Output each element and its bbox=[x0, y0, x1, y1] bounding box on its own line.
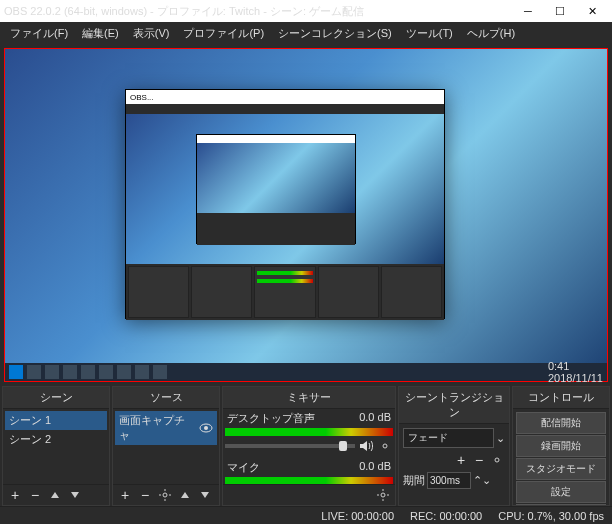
remove-scene-button[interactable]: − bbox=[27, 487, 43, 503]
exit-button[interactable]: 終了 bbox=[516, 504, 606, 505]
duration-label: 期間 bbox=[403, 473, 425, 488]
scene-down-button[interactable] bbox=[67, 487, 83, 503]
studio-mode-button[interactable]: スタジオモード bbox=[516, 458, 606, 480]
svg-point-1 bbox=[204, 426, 208, 430]
add-scene-button[interactable]: + bbox=[7, 487, 23, 503]
remove-transition-button[interactable]: − bbox=[471, 452, 487, 468]
nested-window-1: OBS... bbox=[125, 89, 445, 319]
start-record-button[interactable]: 録画開始 bbox=[516, 435, 606, 457]
menu-profile[interactable]: プロファイル(P) bbox=[177, 24, 270, 43]
mixer-channel: マイク 0.0 dB bbox=[225, 460, 393, 484]
remove-source-button[interactable]: − bbox=[137, 487, 153, 503]
svg-point-7 bbox=[383, 444, 387, 448]
start-stream-button[interactable]: 配信開始 bbox=[516, 412, 606, 434]
svg-point-14 bbox=[495, 458, 499, 462]
menu-scene-collection[interactable]: シーンコレクション(S) bbox=[272, 24, 398, 43]
visibility-toggle-icon[interactable] bbox=[199, 423, 213, 433]
svg-point-2 bbox=[163, 493, 167, 497]
source-settings-button[interactable] bbox=[157, 487, 173, 503]
status-cpu: CPU: 0.7%, 30.00 fps bbox=[498, 510, 604, 522]
maximize-button[interactable]: ☐ bbox=[544, 0, 576, 22]
sources-panel: ソース 画面キャプチャ + − bbox=[112, 386, 220, 506]
source-down-button[interactable] bbox=[197, 487, 213, 503]
channel-db: 0.0 dB bbox=[359, 460, 391, 475]
source-label: 画面キャプチャ bbox=[119, 413, 195, 443]
status-bar: LIVE: 00:00:00 REC: 00:00:00 CPU: 0.7%, … bbox=[0, 506, 612, 524]
dropdown-icon: ⌄ bbox=[496, 432, 505, 445]
menu-view[interactable]: 表示(V) bbox=[127, 24, 176, 43]
audio-meter bbox=[225, 428, 393, 436]
menu-tools[interactable]: ツール(T) bbox=[400, 24, 459, 43]
preview-canvas: OBS... 0: bbox=[5, 49, 607, 381]
mixer-settings-button[interactable] bbox=[375, 487, 391, 503]
window-title: OBS 22.0.2 (64-bit, windows) - プロファイル: T… bbox=[4, 4, 512, 19]
audio-meter bbox=[225, 477, 393, 484]
transition-settings-button[interactable] bbox=[489, 452, 505, 468]
spinner-icon[interactable]: ⌃⌄ bbox=[473, 474, 491, 487]
captured-clock: 0:41 2018/11/11 bbox=[548, 360, 603, 384]
scene-item[interactable]: シーン 2 bbox=[5, 430, 107, 449]
channel-settings-icon[interactable] bbox=[377, 438, 393, 454]
scenes-header: シーン bbox=[3, 387, 109, 409]
channel-name: マイク bbox=[227, 460, 260, 475]
status-live: LIVE: 00:00:00 bbox=[321, 510, 394, 522]
preview-area[interactable]: OBS... 0: bbox=[4, 48, 608, 382]
mixer-channel: デスクトップ音声 0.0 dB bbox=[225, 411, 393, 454]
windows-logo-icon bbox=[9, 365, 23, 379]
controls-panel: コントロール 配信開始 録画開始 スタジオモード 設定 終了 bbox=[512, 386, 610, 506]
add-source-button[interactable]: + bbox=[117, 487, 133, 503]
minimize-button[interactable]: ─ bbox=[512, 0, 544, 22]
channel-name: デスクトップ音声 bbox=[227, 411, 315, 426]
dock-panels: シーン シーン 1 シーン 2 + − ソース 画面キャプチャ + − bbox=[0, 386, 612, 506]
sources-header: ソース bbox=[113, 387, 219, 409]
source-item[interactable]: 画面キャプチャ bbox=[115, 411, 217, 445]
scene-up-button[interactable] bbox=[47, 487, 63, 503]
nested-window-2 bbox=[196, 134, 356, 244]
captured-taskbar: 0:41 2018/11/11 bbox=[5, 363, 607, 381]
speaker-icon[interactable] bbox=[359, 440, 373, 452]
status-rec: REC: 00:00:00 bbox=[410, 510, 482, 522]
menu-help[interactable]: ヘルプ(H) bbox=[461, 24, 521, 43]
nested-titlebar: OBS... bbox=[126, 90, 444, 104]
scenes-panel: シーン シーン 1 シーン 2 + − bbox=[2, 386, 110, 506]
transitions-header: シーントランジション bbox=[399, 387, 509, 424]
window-titlebar: OBS 22.0.2 (64-bit, windows) - プロファイル: T… bbox=[0, 0, 612, 22]
menu-edit[interactable]: 編集(E) bbox=[76, 24, 125, 43]
transition-select[interactable]: フェード bbox=[403, 428, 494, 448]
controls-header: コントロール bbox=[513, 387, 609, 409]
menu-bar: ファイル(F) 編集(E) 表示(V) プロファイル(P) シーンコレクション(… bbox=[0, 22, 612, 44]
menu-file[interactable]: ファイル(F) bbox=[4, 24, 74, 43]
mixer-header: ミキサー bbox=[223, 387, 395, 409]
volume-slider[interactable] bbox=[225, 444, 355, 448]
close-button[interactable]: ✕ bbox=[576, 0, 608, 22]
transitions-panel: シーントランジション フェード ⌄ + − 期間 ⌃⌄ bbox=[398, 386, 510, 506]
svg-point-9 bbox=[381, 493, 385, 497]
mixer-panel: ミキサー デスクトップ音声 0.0 dB マイク 0.0 dB bbox=[222, 386, 396, 506]
channel-db: 0.0 dB bbox=[359, 411, 391, 426]
duration-input[interactable] bbox=[427, 472, 471, 489]
source-up-button[interactable] bbox=[177, 487, 193, 503]
settings-button[interactable]: 設定 bbox=[516, 481, 606, 503]
scene-item[interactable]: シーン 1 bbox=[5, 411, 107, 430]
add-transition-button[interactable]: + bbox=[453, 452, 469, 468]
